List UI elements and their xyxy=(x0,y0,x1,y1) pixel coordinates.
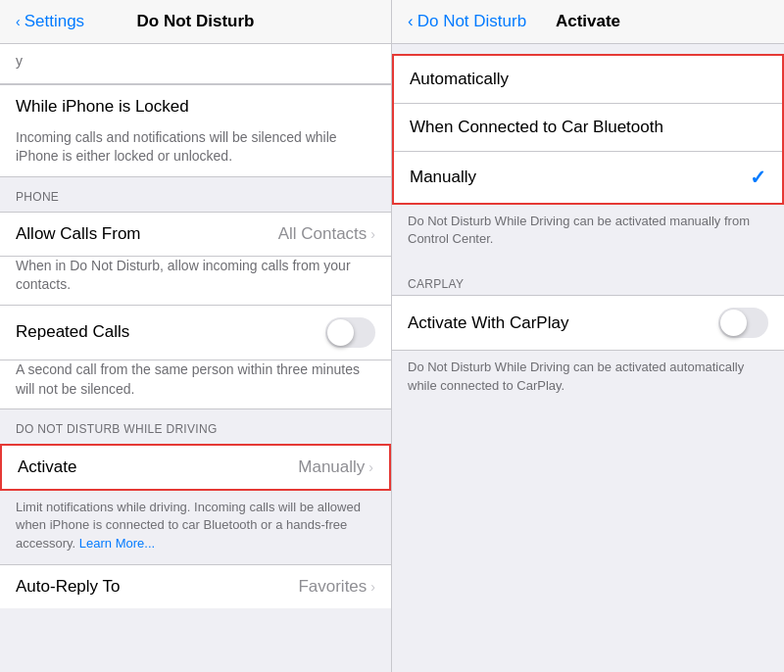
repeated-calls-section: Repeated Calls A second call from the sa… xyxy=(0,306,391,409)
repeated-calls-toggle[interactable] xyxy=(325,317,375,348)
activate-options-section: Automatically When Connected to Car Blue… xyxy=(392,54,784,205)
right-back-label[interactable]: Do Not Disturb xyxy=(417,12,526,31)
partial-text: y xyxy=(16,53,23,69)
allow-calls-label: Allow Calls From xyxy=(16,224,141,244)
while-locked-item: While iPhone is Locked xyxy=(0,84,391,128)
repeated-calls-description: A second call from the same person withi… xyxy=(0,360,391,408)
carplay-toggle[interactable] xyxy=(718,308,768,338)
left-panel: ‹ Settings Do Not Disturb y While iPhone… xyxy=(0,0,392,672)
allow-calls-value-group: All Contacts › xyxy=(278,224,375,244)
carplay-item[interactable]: Activate With CarPlay xyxy=(392,295,784,350)
activate-section: Activate Manually › Limit notifications … xyxy=(0,444,391,565)
activate-label: Activate xyxy=(18,457,76,477)
carplay-label: Activate With CarPlay xyxy=(408,313,568,333)
activate-description: Limit notifications while driving. Incom… xyxy=(0,491,391,564)
activate-value-group: Manually › xyxy=(298,457,373,477)
carplay-spacer xyxy=(392,260,784,269)
repeated-calls-item[interactable]: Repeated Calls xyxy=(0,306,391,360)
dnd-driving-header: DO NOT DISTURB WHILE DRIVING xyxy=(0,414,233,440)
activate-description-text: Limit notifications while driving. Incom… xyxy=(16,500,361,550)
right-nav-title: Activate xyxy=(556,12,620,31)
option-automatically-label: Automatically xyxy=(410,70,509,89)
allow-calls-item[interactable]: Allow Calls From All Contacts › xyxy=(0,212,391,257)
learn-more-link[interactable]: Learn More... xyxy=(79,536,155,551)
phone-section-spacer: PHONE xyxy=(0,177,391,212)
carplay-section: Activate With CarPlay xyxy=(392,295,784,351)
auto-reply-chevron-icon: › xyxy=(370,579,375,595)
allow-calls-section: Allow Calls From All Contacts › When in … xyxy=(0,212,391,306)
right-back-button[interactable]: ‹ Do Not Disturb xyxy=(408,12,526,31)
option-manually-label: Manually xyxy=(410,168,476,187)
carplay-header: CARPLAY xyxy=(392,269,784,295)
left-back-label[interactable]: Settings xyxy=(24,12,84,31)
carplay-description: Do Not Disturb While Driving can be acti… xyxy=(392,351,784,406)
while-locked-section: While iPhone is Locked Incoming calls an… xyxy=(0,84,391,177)
left-nav-title: Do Not Disturb xyxy=(137,12,255,31)
right-chevron-icon: ‹ xyxy=(408,12,414,31)
activate-chevron-icon: › xyxy=(368,459,373,475)
allow-calls-description: When in Do Not Disturb, allow incoming c… xyxy=(0,257,391,305)
left-back-button[interactable]: ‹ Settings xyxy=(16,12,84,31)
auto-reply-label: Auto-Reply To xyxy=(16,577,120,597)
option-car-bluetooth[interactable]: When Connected to Car Bluetooth xyxy=(394,104,782,152)
while-locked-label: While iPhone is Locked xyxy=(16,97,189,117)
option-automatically[interactable]: Automatically xyxy=(394,56,782,104)
auto-reply-section: Auto-Reply To Favorites › xyxy=(0,565,391,608)
option-car-bluetooth-label: When Connected to Car Bluetooth xyxy=(410,118,663,137)
while-locked-description: Incoming calls and notifications will be… xyxy=(0,128,391,176)
auto-reply-item[interactable]: Auto-Reply To Favorites › xyxy=(0,565,391,608)
dnd-driving-spacer: DO NOT DISTURB WHILE DRIVING xyxy=(0,409,391,444)
allow-calls-value: All Contacts xyxy=(278,224,368,244)
manually-description: Do Not Disturb While Driving can be acti… xyxy=(392,205,784,260)
right-nav-bar: ‹ Do Not Disturb Activate xyxy=(392,0,784,44)
left-chevron-icon: ‹ xyxy=(16,14,21,29)
repeated-calls-label: Repeated Calls xyxy=(16,322,129,342)
auto-reply-value-group: Favorites › xyxy=(298,577,375,597)
top-partial-description: y xyxy=(0,44,391,84)
auto-reply-value: Favorites xyxy=(298,577,367,597)
activate-item[interactable]: Activate Manually › xyxy=(0,444,391,491)
allow-calls-chevron-icon: › xyxy=(370,226,375,242)
left-nav-bar: ‹ Settings Do Not Disturb xyxy=(0,0,391,44)
activate-value: Manually xyxy=(298,457,365,477)
right-panel: ‹ Do Not Disturb Activate Automatically … xyxy=(392,0,784,672)
phone-header: PHONE xyxy=(0,182,74,208)
checkmark-icon: ✓ xyxy=(750,166,766,189)
top-spacer xyxy=(392,44,784,54)
option-manually[interactable]: Manually ✓ xyxy=(394,152,782,203)
